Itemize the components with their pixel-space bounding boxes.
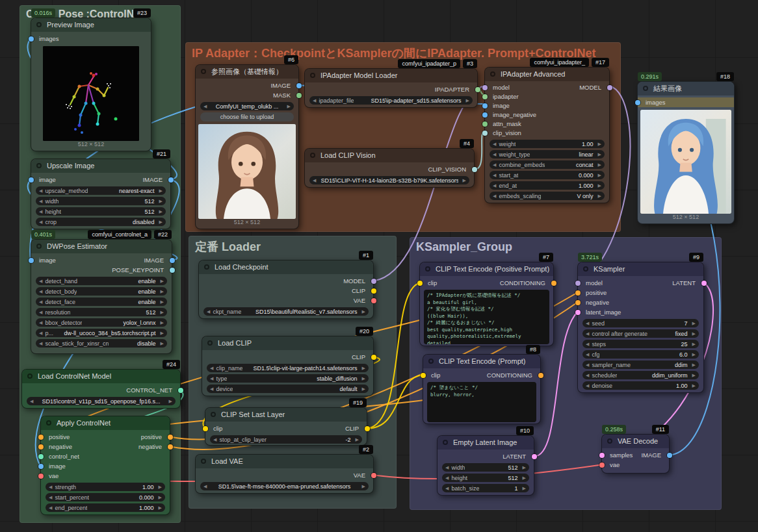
- output-dot-clip[interactable]: [371, 288, 376, 294]
- node-empty-latent-image[interactable]: #10 Empty Latent Image LATENT width512 h…: [437, 435, 534, 496]
- input-dot-image[interactable]: [482, 103, 488, 108]
- widget-resolution[interactable]: resolution512: [36, 308, 167, 316]
- widget-stop-at-clip-layer[interactable]: stop_at_clip_layer-2: [210, 435, 362, 444]
- node-title[interactable]: IPAdapter Advanced: [485, 68, 609, 81]
- node-title[interactable]: Load CLIP Vision: [305, 149, 474, 162]
- prompt-textarea[interactable]: /* 望まないこと */ blurry, horror,: [427, 382, 536, 422]
- input-dot-clip[interactable]: [417, 281, 423, 286]
- input-dot-positive[interactable]: [575, 290, 581, 296]
- node-title[interactable]: CLIP Text Encode (Prompt): [423, 355, 540, 368]
- output-dot-latent[interactable]: [532, 454, 537, 459]
- node-load-clip-vision[interactable]: #4 Load CLIP Vision CLIP_VISION SD15\CLI…: [304, 148, 475, 188]
- widget-steps[interactable]: steps25: [582, 340, 699, 348]
- widget-device[interactable]: devicedefault: [207, 385, 369, 393]
- node-clip-text-encode-negative[interactable]: #8 CLIP Text Encode (Prompt) clip CONDIT…: [423, 354, 541, 424]
- node-title[interactable]: CLIP Text Encode (Positive Prompt): [420, 262, 553, 276]
- node-ksampler[interactable]: 3.721s#9 KSampler model LATENT positive …: [577, 262, 704, 393]
- collapse-dot[interactable]: [36, 22, 42, 27]
- node-reference-image[interactable]: #6 参照画像（基礎情報） IMAGE MASK ComfyUI_temp_ol…: [195, 64, 299, 229]
- output-dot-clip[interactable]: [371, 355, 376, 360]
- collapse-dot[interactable]: [490, 71, 495, 77]
- widget-start-at[interactable]: start_at0.000: [490, 171, 605, 179]
- output-dot-ipadapter[interactable]: [475, 87, 480, 92]
- widget-upscale-method[interactable]: upscale_methodnearest-exact: [36, 186, 166, 195]
- node-result-image[interactable]: 0.291s#18 結果画像 images 512 × 512: [637, 81, 735, 224]
- widget-height[interactable]: height512: [36, 207, 166, 216]
- node-title[interactable]: CLIP Set Last Layer: [205, 408, 367, 422]
- output-dot-image[interactable]: [168, 177, 174, 183]
- widget-control-after-generate[interactable]: control after generatefixed: [582, 329, 699, 338]
- collapse-dot[interactable]: [211, 412, 216, 417]
- widget-ipadapter-file[interactable]: ipadapter_fileSD15\ip-adapter_sd15.safet…: [309, 96, 473, 105]
- widget-detect-body[interactable]: detect_bodyenable: [36, 287, 167, 296]
- collapse-dot[interactable]: [643, 86, 648, 91]
- output-dot-conditioning[interactable]: [538, 373, 543, 378]
- node-vae-decode[interactable]: 0.258s#11 VAE Decode samples IMAGE vae: [601, 434, 670, 474]
- node-title[interactable]: Apply ControlNet: [41, 416, 170, 430]
- input-dot-images[interactable]: [29, 36, 34, 42]
- collapse-dot[interactable]: [310, 153, 315, 158]
- node-title[interactable]: KSampler: [578, 262, 703, 276]
- input-dot-clip[interactable]: [421, 373, 426, 378]
- widget-batch-size[interactable]: batch_size1: [442, 484, 529, 492]
- widget-crop[interactable]: cropdisabled: [36, 218, 166, 226]
- node-title[interactable]: Preview Image: [31, 18, 151, 32]
- node-ipadapter-model-loader[interactable]: comfyui_ipadapter_p#3 IPAdapter Model Lo…: [304, 68, 478, 108]
- input-dot-model[interactable]: [575, 281, 581, 286]
- input-dot-attn-mask[interactable]: [482, 121, 488, 127]
- input-dot-negative[interactable]: [38, 444, 44, 450]
- input-dot-latent-image[interactable]: [575, 310, 581, 315]
- widget-vae-file[interactable]: SD1.5\vae-ft-mse-840000-ema-pruned.safet…: [200, 482, 369, 490]
- collapse-dot[interactable]: [428, 359, 434, 364]
- widget-start-percent[interactable]: start_percent0.000: [46, 493, 165, 501]
- widget-weight[interactable]: weight1.00: [490, 140, 605, 148]
- collapse-dot[interactable]: [310, 73, 315, 78]
- collapse-dot[interactable]: [201, 69, 206, 74]
- output-dot-image[interactable]: [667, 453, 672, 458]
- input-dot-image[interactable]: [38, 464, 44, 469]
- node-load-vae[interactable]: #2 Load VAE VAE SD1.5\vae-ft-mse-840000-…: [195, 454, 374, 494]
- input-dot-image-negative[interactable]: [482, 112, 488, 118]
- output-dot-vae[interactable]: [371, 473, 376, 478]
- node-title[interactable]: 結果画像: [638, 82, 734, 95]
- widget-scheduler[interactable]: schedulerddim_uniform: [582, 371, 699, 379]
- widget-sampler-name[interactable]: sampler_nameddim: [582, 361, 699, 369]
- widget-image-file[interactable]: ComfyUI_temp_olukb ...: [200, 102, 294, 110]
- output-dot-latent[interactable]: [701, 281, 707, 286]
- widget-clip-vision-file[interactable]: SD15\CLIP-ViT-H-14-laion2B-s32B-b79K.saf…: [309, 176, 469, 184]
- output-dot-image[interactable]: [170, 258, 175, 263]
- output-dot-model[interactable]: [371, 279, 376, 284]
- output-dot-image[interactable]: [296, 83, 302, 88]
- input-dot-image[interactable]: [29, 258, 34, 263]
- input-dot-samples[interactable]: [599, 453, 605, 458]
- node-title[interactable]: Load CLIP: [202, 336, 373, 350]
- collapse-dot[interactable]: [201, 459, 206, 464]
- widget-width[interactable]: width512: [36, 197, 166, 205]
- node-clip-text-encode-positive[interactable]: #7 CLIP Text Encode (Positive Prompt) cl…: [419, 262, 554, 346]
- widget-strength[interactable]: strength1.00: [46, 483, 165, 491]
- widget-end-percent[interactable]: end_percent1.000: [46, 503, 165, 512]
- node-title[interactable]: Upscale Image: [31, 159, 170, 173]
- input-dot-ipadapter[interactable]: [482, 94, 488, 99]
- input-dot-model[interactable]: [482, 85, 488, 90]
- input-dot-vae[interactable]: [599, 462, 605, 468]
- collapse-dot[interactable]: [204, 264, 209, 270]
- widget-height[interactable]: height512: [442, 474, 529, 482]
- collapse-dot[interactable]: [425, 266, 430, 272]
- node-upscale-image[interactable]: #21 Upscale Image image IMAGE upscale_me…: [31, 158, 171, 229]
- widget-denoise[interactable]: denoise1.00: [582, 381, 699, 390]
- node-title[interactable]: Load VAE: [196, 455, 373, 468]
- output-dot-positive[interactable]: [168, 435, 173, 440]
- collapse-dot[interactable]: [36, 244, 42, 249]
- widget-embeds-scaling[interactable]: embeds_scalingV only: [490, 192, 605, 200]
- node-preview-image[interactable]: 0.016s#23 Preview Image images: [31, 18, 151, 151]
- widget-seed[interactable]: seed7: [582, 319, 699, 327]
- output-dot-pose-keypoint[interactable]: [170, 268, 175, 273]
- output-dot-negative[interactable]: [168, 444, 173, 450]
- node-apply-controlnet[interactable]: Apply ControlNet positive positive negat…: [40, 416, 170, 515]
- node-load-checkpoint[interactable]: #1 Load Checkpoint MODEL CLIP VAE ckpt_n…: [198, 260, 374, 319]
- widget-weight-type[interactable]: weight_typelinear: [490, 150, 605, 158]
- collapse-dot[interactable]: [443, 440, 448, 445]
- input-dot-negative[interactable]: [575, 300, 581, 305]
- collapse-dot[interactable]: [583, 266, 588, 272]
